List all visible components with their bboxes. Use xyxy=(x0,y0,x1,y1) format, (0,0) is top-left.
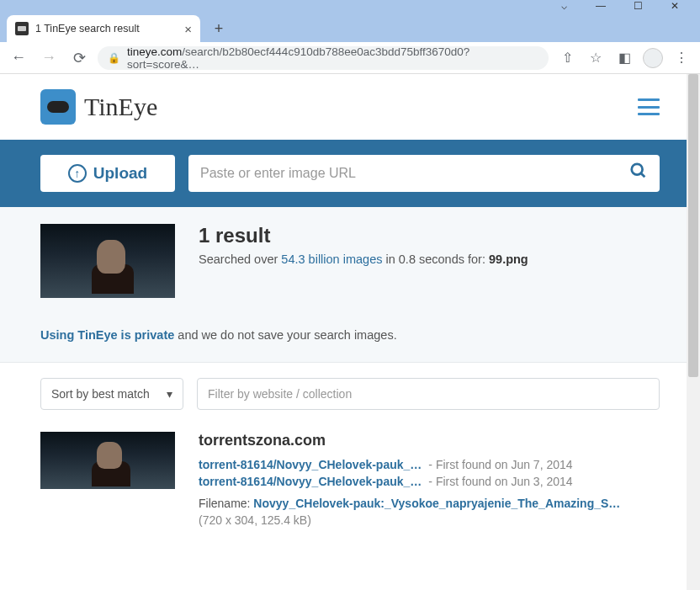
filters-row: Sort by best match ▾ xyxy=(0,363,700,425)
scrollbar-track[interactable] xyxy=(687,74,700,590)
result-item: torrentszona.com torrent-81614/Novyy_CHe… xyxy=(0,425,700,561)
new-tab-button[interactable]: + xyxy=(207,17,231,40)
share-icon[interactable]: ⇧ xyxy=(555,46,579,70)
window-titlebar: ⌵ — ☐ ✕ xyxy=(0,0,700,12)
tineye-logo[interactable]: TinEye xyxy=(40,89,157,125)
index-size-link[interactable]: 54.3 billion images xyxy=(281,252,382,266)
page-viewport: TinEye ↑ Upload 1 result Searched over 5… xyxy=(0,74,700,590)
match-date: - First found on Jun 7, 2014 xyxy=(428,458,572,471)
close-window-button[interactable]: ✕ xyxy=(656,0,693,12)
svg-line-1 xyxy=(641,173,645,178)
filename-row: Filename: Novyy_CHelovek-pauk:_Vysokoe_n… xyxy=(199,497,660,510)
upload-label: Upload xyxy=(93,164,147,183)
back-button[interactable]: ← xyxy=(7,46,30,70)
match-row: torrent-81614/Novyy_CHelovek-pauk_… - Fi… xyxy=(199,475,660,488)
upload-icon: ↑ xyxy=(68,164,87,183)
reload-button[interactable]: ⟳ xyxy=(67,46,91,70)
filter-input[interactable] xyxy=(197,378,660,410)
query-image-thumbnail[interactable] xyxy=(40,224,175,298)
url-input-wrap xyxy=(188,155,660,192)
query-filename: 99.png xyxy=(489,252,528,266)
tab-title: 1 TinEye search result xyxy=(35,23,178,35)
result-thumbnail[interactable] xyxy=(40,432,175,489)
match-link[interactable]: torrent-81614/Novyy_CHelovek-pauk_… xyxy=(199,475,422,488)
match-link[interactable]: torrent-81614/Novyy_CHelovek-pauk_… xyxy=(199,458,422,471)
tineye-logo-text: TinEye xyxy=(84,93,157,121)
results-summary: 1 result Searched over 54.3 billion imag… xyxy=(0,207,700,363)
dimensions-text: (720 x 304, 125.4 kB) xyxy=(199,513,660,527)
omnibox[interactable]: 🔒 tineye.com/search/b2b80ecf444c910db788… xyxy=(98,46,549,70)
browser-tab[interactable]: 1 TinEye search result × xyxy=(7,15,200,42)
tineye-logo-mark xyxy=(40,89,76,125)
upload-button[interactable]: ↑ Upload xyxy=(40,155,175,192)
match-date: - First found on Jun 3, 2014 xyxy=(428,475,572,488)
lock-icon: 🔒 xyxy=(108,52,120,64)
reader-icon[interactable]: ◧ xyxy=(612,46,636,70)
scrollbar-thumb[interactable] xyxy=(688,74,698,377)
maximize-button[interactable]: ☐ xyxy=(619,0,656,12)
sort-label: Sort by best match xyxy=(51,387,150,401)
sort-dropdown[interactable]: Sort by best match ▾ xyxy=(40,378,183,410)
filename-link[interactable]: Novyy_CHelovek-pauk:_Vysokoe_napryajenie… xyxy=(253,497,620,510)
forward-button[interactable]: → xyxy=(37,46,61,70)
search-icon[interactable] xyxy=(629,162,648,185)
result-domain: torrentszona.com xyxy=(199,432,660,449)
search-stats: Searched over 54.3 billion images in 0.8… xyxy=(199,252,528,266)
privacy-note: Using TinEye is private and we do not sa… xyxy=(40,328,660,342)
kebab-menu-icon[interactable]: ⋮ xyxy=(670,46,693,70)
site-header: TinEye xyxy=(0,74,700,140)
close-tab-icon[interactable]: × xyxy=(184,22,192,36)
url-text: tineye.com/search/b2b80ecf444c910db788ee… xyxy=(127,45,538,71)
match-row: torrent-81614/Novyy_CHelovek-pauk_… - Fi… xyxy=(199,458,660,471)
hamburger-menu-icon[interactable] xyxy=(638,98,660,115)
image-url-input[interactable] xyxy=(200,166,629,181)
profile-avatar[interactable] xyxy=(641,46,665,70)
minimize-button[interactable]: — xyxy=(582,0,619,12)
caret-down-icon[interactable]: ⌵ xyxy=(545,0,582,12)
result-count-heading: 1 result xyxy=(199,224,528,247)
bookmark-icon[interactable]: ☆ xyxy=(584,46,607,70)
svg-point-0 xyxy=(632,164,643,175)
search-bar: ↑ Upload xyxy=(0,140,700,207)
chevron-down-icon: ▾ xyxy=(167,387,172,401)
address-bar: ← → ⟳ 🔒 tineye.com/search/b2b80ecf444c91… xyxy=(0,42,700,74)
tab-strip: 1 TinEye search result × + xyxy=(0,12,700,42)
tab-favicon xyxy=(15,22,29,35)
privacy-link[interactable]: Using TinEye is private xyxy=(40,328,174,342)
